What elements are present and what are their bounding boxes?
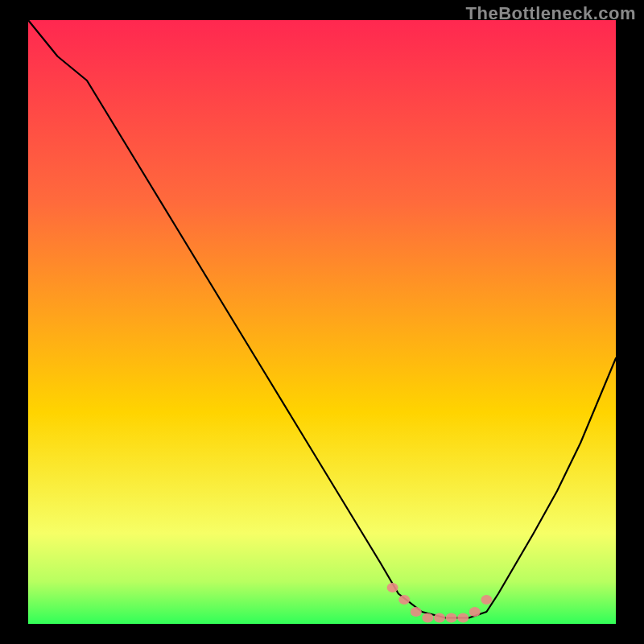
optimum-marker: [387, 583, 398, 592]
optimum-marker: [434, 613, 445, 623]
optimum-marker: [481, 595, 492, 605]
bottleneck-chart: [0, 0, 644, 644]
plot-background: [28, 20, 616, 624]
optimum-marker: [446, 613, 457, 623]
optimum-marker: [422, 613, 433, 623]
optimum-marker: [457, 613, 469, 623]
chart-container: TheBottleneck.com: [0, 0, 644, 644]
optimum-marker: [469, 607, 481, 617]
optimum-marker: [398, 595, 410, 605]
optimum-marker: [411, 607, 422, 617]
watermark-text: TheBottleneck.com: [466, 3, 636, 24]
